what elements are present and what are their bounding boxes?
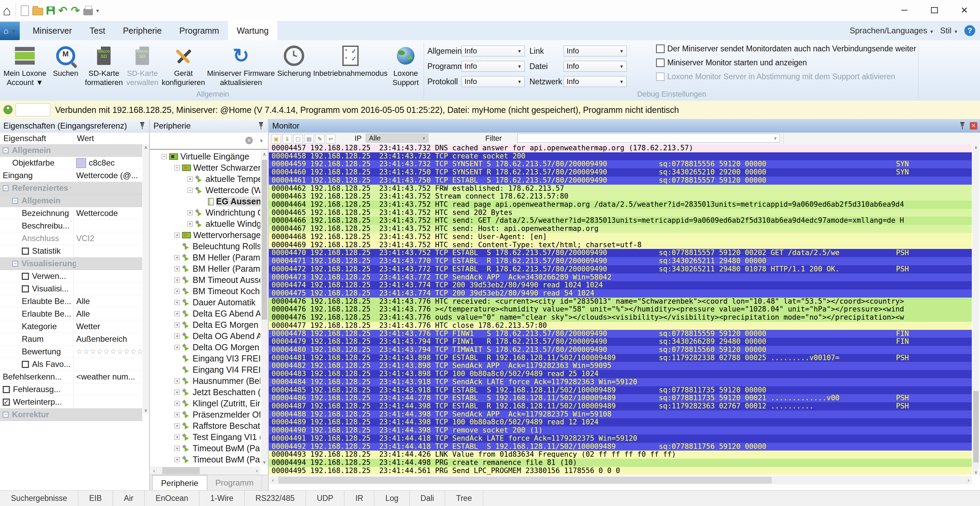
toolbar-overflow-caret[interactable]: ▾ [96, 8, 99, 14]
scroll-left-icon[interactable]: ‹ [269, 476, 276, 484]
monitor-vertical-scrollbar[interactable]: ∧ ∨ [972, 144, 979, 475]
log-row[interactable]: 00004463 192.168.128.25 23:41:43.752 Str… [269, 192, 972, 201]
tree-item[interactable]: + Hausnummer (Bel [150, 376, 260, 387]
copy-log-icon[interactable]: ▤ [304, 134, 314, 143]
checkbox-icon[interactable] [3, 386, 10, 393]
tree-expander-icon[interactable]: − [175, 165, 180, 170]
properties-scrollbar[interactable]: ∧ ∨ [143, 144, 149, 414]
ribbon-tab[interactable]: Miniserver [24, 21, 81, 40]
log-row[interactable]: 00004460 192.168.128.25 23:41:43.750 TCP… [269, 168, 972, 176]
close-button[interactable]: ✕ [957, 5, 972, 16]
debug-checkbox-row[interactable]: Loxone Monitor Server in Abstimmung mit … [656, 72, 916, 81]
load-log-icon[interactable]: ▣ [272, 134, 281, 143]
tree-expander-icon[interactable]: + [175, 435, 180, 440]
redo-icon[interactable]: ↷ [71, 0, 80, 21]
bottom-tab[interactable]: Dali [410, 491, 445, 506]
tree-item[interactable]: + aktuelle Windge [150, 218, 260, 230]
property-row[interactable]: − Statistik [0, 245, 142, 257]
tree-expander-icon[interactable]: + [175, 424, 180, 428]
tree-horizontal-scrollbar[interactable]: ‹ › [151, 466, 260, 475]
debug-checkbox-row[interactable]: Der Miniserver sendet Monitordaten auch … [656, 44, 916, 53]
undo-icon[interactable]: ↶ [58, 0, 67, 21]
log-row[interactable]: 00004495 192.168.128.25 23:41:44.561 PRG… [269, 467, 972, 475]
log-row[interactable]: 00004468 192.168.128.25 23:41:43.752 HTC… [269, 233, 972, 241]
tree-item[interactable]: + Wettervorhersage [150, 230, 260, 241]
checkbox-icon[interactable] [22, 285, 29, 292]
log-row[interactable]: 00004472 192.168.128.25 23:41:43.772 TCP… [269, 265, 972, 273]
maximize-button[interactable] [927, 5, 942, 16]
bottom-tab[interactable]: 1-Wire [199, 491, 245, 506]
scrollbar-thumb[interactable] [262, 160, 267, 320]
tree-expander-icon[interactable]: − [188, 188, 192, 193]
bottom-tab[interactable]: EnOcean [145, 491, 199, 506]
log-row[interactable]: 00004481 192.168.128.25 23:41:43.898 TCP… [269, 354, 972, 362]
property-row[interactable]: − Verwen... [0, 270, 142, 282]
checkbox-icon[interactable] [22, 247, 29, 255]
property-row[interactable]: − Fehlerausg... [0, 383, 142, 396]
new-file-icon[interactable] [21, 5, 29, 16]
log-row[interactable]: 00004467 192.168.128.25 23:41:43.752 HTC… [269, 225, 972, 233]
checkbox-icon[interactable] [3, 398, 10, 406]
minimize-button[interactable] [897, 5, 912, 16]
log-row[interactable]: 00004476 192.168.128.25 23:41:43.776 HTC… [269, 298, 972, 306]
scroll-up-icon[interactable]: ∧ [261, 151, 268, 157]
tree-expander-icon[interactable]: + [188, 221, 192, 227]
checkbox-icon[interactable] [22, 273, 29, 280]
log-row[interactable]: 00004489 192.168.128.25 23:41:44.398 TCP… [269, 418, 972, 427]
tree-vertical-scrollbar[interactable]: ∧ ∨ [261, 151, 268, 465]
tree-item[interactable]: Beleuchtung Rolls [150, 241, 260, 252]
log-row[interactable]: 00004490 192.168.128.25 23:41:44.398 TCP… [269, 427, 972, 435]
log-row[interactable]: 00004474 192.168.128.25 23:41:43.774 TCP… [269, 281, 972, 289]
tree-expander-icon[interactable]: + [175, 255, 180, 260]
property-value[interactable]: VCI2 [76, 234, 94, 243]
bottom-tab[interactable]: EIB [78, 491, 113, 506]
debug-level-select[interactable]: Info ▼ [563, 46, 627, 56]
log-row[interactable]: 00004476 192.168.128.25 23:41:43.776 oud… [269, 314, 972, 322]
tree-item[interactable]: Eingang VI4 FREI ( [150, 364, 260, 376]
tree-item[interactable]: + BM Heller (Param [150, 263, 260, 274]
panel-tab[interactable]: Programm [207, 475, 262, 491]
edit-log-icon[interactable]: ✎ [315, 134, 325, 143]
ribbon-button[interactable]: Micro SD SD-Karte verwalten [124, 43, 160, 87]
tree-expander-icon[interactable]: + [188, 176, 192, 182]
scroll-down-icon[interactable]: ∨ [972, 469, 979, 475]
app-menu-button[interactable]: ⌂▼ [0, 22, 20, 40]
scroll-down-icon[interactable]: ∨ [261, 459, 268, 465]
property-row[interactable]: − Raum Außenbereich [0, 333, 142, 346]
property-row[interactable]: − Visualisierung [0, 257, 142, 270]
debug-level-select[interactable]: Info ▼ [461, 46, 525, 56]
ribbon-button[interactable]: Inbetriebnahmemodus [313, 43, 388, 78]
debug-level-select[interactable]: Info ▼ [461, 76, 525, 87]
property-value[interactable]: ☆☆☆☆☆☆☆☆☆☆ [76, 347, 142, 356]
ribbon-tab[interactable]: Test [81, 21, 114, 40]
ribbon-tab[interactable]: Wartung [228, 21, 278, 40]
property-value[interactable]: c8c8ec [89, 158, 115, 168]
log-row[interactable]: 00004491 192.168.128.25 23:41:44.418 TCP… [269, 435, 972, 443]
property-row[interactable]: − Allgemein [0, 144, 142, 157]
log-row[interactable]: 00004488 192.168.128.25 23:41:44.398 TCP… [269, 411, 972, 419]
log-row[interactable]: 00004469 192.168.128.25 23:41:43.752 HTC… [269, 241, 972, 249]
tree-expander-icon[interactable]: + [175, 289, 180, 294]
property-value[interactable]: Wettercode [76, 208, 118, 218]
tree-item[interactable]: + Timeout BwM (Par [150, 454, 260, 465]
log-row[interactable]: 00004477 192.168.128.25 23:41:43.776 HTC… [269, 322, 972, 330]
property-row[interactable]: − Befehlserkenn... <weather num... [0, 371, 142, 383]
property-value[interactable]: Wetter [76, 322, 100, 331]
log-row[interactable]: 00004492 192.168.128.25 23:41:44.418 TCP… [269, 443, 972, 451]
log-row[interactable]: 00004478 192.168.128.25 23:41:43.776 TCP… [269, 330, 972, 338]
tree-expander-icon[interactable]: + [175, 333, 180, 339]
scrollbar-thumb[interactable] [973, 391, 978, 463]
panel-tab[interactable]: Peripherie [152, 475, 207, 491]
ribbon-button[interactable]: Gerät konfigurieren [160, 43, 207, 87]
log-row[interactable]: 00004475 192.168.128.25 23:41:43.774 TCP… [269, 289, 972, 298]
tree-expander-icon[interactable]: + [175, 300, 180, 305]
log-row[interactable]: 00004457 192.168.128.25 23:41:43.732 DNS… [269, 144, 972, 152]
tree-item[interactable]: + Timeout BwM (Par [150, 443, 260, 454]
log-row[interactable]: 00004471 192.168.128.25 23:41:43.770 TCP… [269, 257, 972, 265]
property-row[interactable]: − Visualisi... [0, 282, 142, 295]
log-row[interactable]: 00004494 192.168.128.25 23:41:44.498 PRG… [269, 459, 972, 467]
languages-menu[interactable]: Sprachen/Languages▼ [850, 26, 934, 35]
log-row[interactable]: 00004487 192.168.128.25 23:41:44.398 TCP… [269, 402, 972, 411]
log-row[interactable]: 00004461 192.168.128.25 23:41:43.750 TCP… [269, 176, 972, 185]
bottom-tab[interactable]: Suchergebnisse [0, 491, 78, 506]
